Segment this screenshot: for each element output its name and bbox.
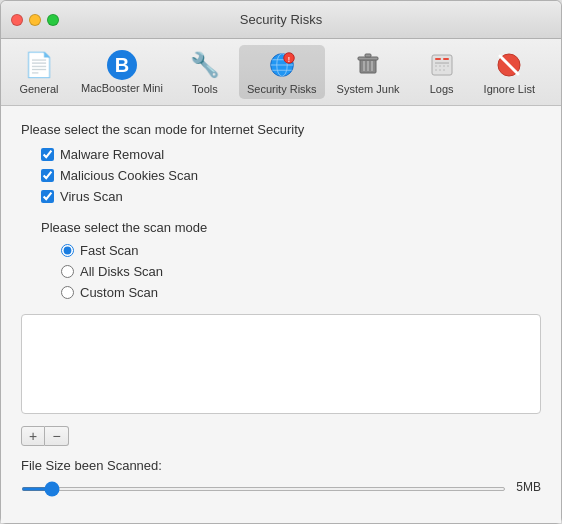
file-size-section: File Size been Scanned: 5MB	[21, 458, 541, 494]
checkbox-malware[interactable]: Malware Removal	[41, 147, 541, 162]
toolbar-item-tools[interactable]: 🔧 Tools	[175, 45, 235, 99]
tools-icon: 🔧	[189, 49, 221, 81]
maximize-button[interactable]	[47, 14, 59, 26]
svg-rect-17	[435, 65, 437, 67]
system-junk-label: System Junk	[337, 83, 400, 95]
svg-text:!: !	[288, 56, 290, 63]
file-list-box	[21, 314, 541, 414]
traffic-lights	[11, 14, 59, 26]
slider-wrapper	[21, 479, 506, 494]
svg-rect-19	[443, 65, 445, 67]
virus-checkbox[interactable]	[41, 190, 54, 203]
system-junk-icon	[352, 49, 384, 81]
scan-mode-section: Please select the scan mode Fast Scan Al…	[21, 220, 541, 300]
toolbar-item-logs[interactable]: Logs	[412, 45, 472, 99]
remove-item-button[interactable]: −	[45, 426, 69, 446]
logs-icon	[426, 49, 458, 81]
ignore-list-label: Ignore List	[484, 83, 535, 95]
toolbar-item-macbooster[interactable]: B MacBooster Mini	[73, 46, 171, 98]
cookies-label: Malicious Cookies Scan	[60, 168, 198, 183]
security-risks-icon: !	[266, 49, 298, 81]
radio-custom-scan[interactable]: Custom Scan	[61, 285, 541, 300]
fast-scan-label: Fast Scan	[80, 243, 139, 258]
list-controls: + −	[21, 426, 541, 446]
ignore-list-icon	[493, 49, 525, 81]
svg-rect-15	[443, 58, 449, 60]
checkbox-group: Malware Removal Malicious Cookies Scan V…	[21, 147, 541, 204]
scan-mode-label: Please select the scan mode	[41, 220, 541, 235]
checkbox-cookies[interactable]: Malicious Cookies Scan	[41, 168, 541, 183]
radio-fast-scan[interactable]: Fast Scan	[61, 243, 541, 258]
tools-label: Tools	[192, 83, 218, 95]
virus-label: Virus Scan	[60, 189, 123, 204]
svg-rect-21	[435, 69, 437, 71]
general-icon: 📄	[23, 49, 55, 81]
custom-scan-radio[interactable]	[61, 286, 74, 299]
content-area: Please select the scan mode for Internet…	[1, 106, 561, 523]
radio-all-disks[interactable]: All Disks Scan	[61, 264, 541, 279]
macbooster-label: MacBooster Mini	[81, 82, 163, 94]
toolbar-item-general[interactable]: 📄 General	[9, 45, 69, 99]
custom-scan-label: Custom Scan	[80, 285, 158, 300]
malware-checkbox[interactable]	[41, 148, 54, 161]
svg-rect-23	[443, 69, 445, 71]
internet-security-label: Please select the scan mode for Internet…	[21, 122, 541, 137]
file-size-label: File Size been Scanned:	[21, 458, 541, 473]
svg-rect-22	[439, 69, 441, 71]
add-item-button[interactable]: +	[21, 426, 45, 446]
svg-rect-14	[435, 58, 441, 60]
slider-row: 5MB	[21, 479, 541, 494]
toolbar-item-ignore-list[interactable]: Ignore List	[476, 45, 543, 99]
minimize-button[interactable]	[29, 14, 41, 26]
logs-label: Logs	[430, 83, 454, 95]
cookies-checkbox[interactable]	[41, 169, 54, 182]
radio-group: Fast Scan All Disks Scan Custom Scan	[41, 243, 541, 300]
toolbar-item-system-junk[interactable]: System Junk	[329, 45, 408, 99]
svg-rect-18	[439, 65, 441, 67]
macbooster-icon: B	[107, 50, 137, 80]
close-button[interactable]	[11, 14, 23, 26]
title-bar: Security Risks	[1, 1, 561, 39]
security-risks-label: Security Risks	[247, 83, 317, 95]
checkbox-virus[interactable]: Virus Scan	[41, 189, 541, 204]
window-title: Security Risks	[240, 12, 322, 27]
toolbar: 📄 General B MacBooster Mini 🔧 Tools !	[1, 39, 561, 106]
fast-scan-radio[interactable]	[61, 244, 74, 257]
svg-rect-12	[365, 54, 371, 57]
file-size-value: 5MB	[516, 480, 541, 494]
toolbar-item-security-risks[interactable]: ! Security Risks	[239, 45, 325, 99]
general-label: General	[19, 83, 58, 95]
file-size-slider[interactable]	[21, 487, 506, 491]
main-window: Security Risks 📄 General B MacBooster Mi…	[0, 0, 562, 524]
svg-rect-13	[432, 55, 452, 75]
all-disks-label: All Disks Scan	[80, 264, 163, 279]
all-disks-radio[interactable]	[61, 265, 74, 278]
malware-label: Malware Removal	[60, 147, 164, 162]
svg-rect-20	[447, 65, 449, 67]
